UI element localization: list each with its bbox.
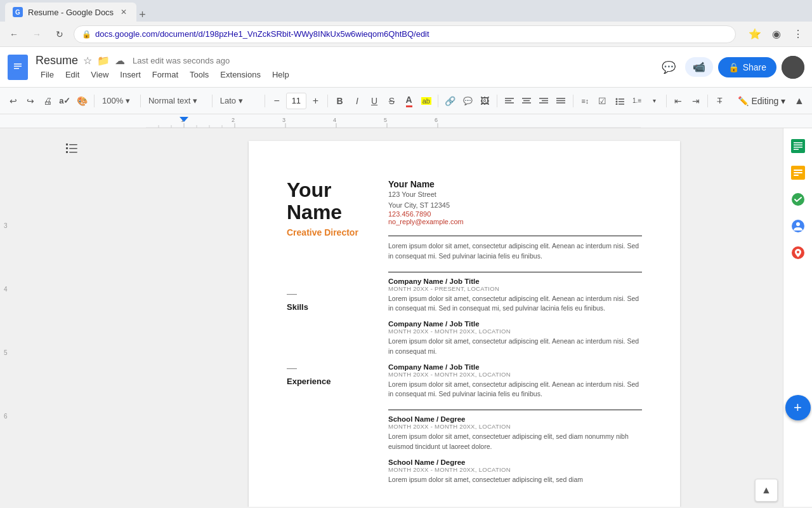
job2: Company Name / Job Title MONTH 20XX - MO… [388,320,642,357]
edu2-title: School Name / Degree [388,458,642,466]
indent-increase-button[interactable]: ⇥ [688,91,704,110]
align-right-button[interactable] [535,91,551,110]
link-button[interactable]: 🔗 [442,91,458,110]
active-tab[interactable]: G Resume - Google Docs ✕ [5,3,136,22]
insert-image-button[interactable]: 🖼 [477,91,493,110]
font-size-decrease-button[interactable]: − [269,91,285,110]
share-button[interactable]: 🔒 Share [718,57,776,77]
undo-button[interactable]: ↩ [5,91,21,110]
toolbar-separator-9 [666,95,667,107]
svg-rect-51 [794,147,802,148]
align-left-button[interactable] [501,91,517,110]
menu-view[interactable]: View [86,69,114,81]
print-button[interactable]: 🖨 [40,91,56,110]
svg-rect-45 [69,148,77,149]
doc-title[interactable]: Resume [36,54,78,67]
paint-format-button[interactable]: 🎨 [74,91,90,110]
menu-format[interactable]: Format [147,69,183,81]
toolbar-collapse-button[interactable]: ▲ [792,92,807,110]
tasks-sidebar-icon[interactable] [787,188,809,211]
extensions-icon[interactable]: ⭐ [746,25,764,43]
refresh-button[interactable]: ↻ [51,25,69,43]
font-size-increase-button[interactable]: + [308,91,324,110]
toolbar: ↩ ↪ 🖨 a✓ 🎨 100%▾ Normal text▾ Lato▾ − + … [0,88,812,114]
cloud-icon[interactable]: ☁ [115,55,125,67]
text-color-button[interactable]: A [401,91,417,110]
svg-point-18 [615,100,617,102]
align-justify-button[interactable] [553,91,569,110]
menu-tools[interactable]: Tools [185,69,214,81]
indent-decrease-button[interactable]: ⇤ [671,91,686,110]
svg-text:2: 2 [232,117,235,123]
sheets-sidebar-icon[interactable] [787,135,809,157]
back-button[interactable]: ← [5,25,23,43]
document-outline-icon[interactable] [64,141,82,159]
comments-button[interactable]: 💬 [657,56,680,79]
strikethrough-button[interactable]: S [384,91,400,110]
toolbar-separator-10 [707,95,708,107]
user-avatar[interactable] [782,56,804,79]
contacts-sidebar-icon[interactable] [787,215,809,237]
bullet-list-button[interactable] [612,91,627,110]
highlight-button[interactable]: ab [418,91,434,110]
checklist-button[interactable]: ☑ [594,91,610,110]
svg-rect-22 [146,114,641,128]
toolbar-separator-5 [327,95,328,107]
svg-text:6: 6 [435,117,438,123]
resume-right-column: Your Name 123 Your Street Your City, ST … [388,179,642,507]
resume-name: Your Name [287,179,369,224]
forward-button[interactable]: → [28,25,46,43]
tab-close-button[interactable]: ✕ [119,7,129,17]
menu-icon[interactable]: ⋮ [789,25,807,43]
toolbar-separator-7 [497,95,497,107]
editing-mode-label: Editing [751,96,778,106]
text-style-select[interactable]: Normal text▾ [145,92,208,110]
zoom-select[interactable]: 100%▾ [98,92,136,110]
svg-text:5: 5 [384,117,387,123]
svg-rect-2 [14,65,22,67]
doc-title-row: Resume ☆ 📁 ☁ Last edit was seconds ago [36,54,652,67]
svg-rect-54 [794,170,802,171]
docs-logo[interactable] [8,55,28,80]
menu-extensions[interactable]: Extensions [215,69,266,81]
insert-comment-button[interactable]: 💬 [460,91,476,110]
education-divider [388,410,642,410]
align-center-button[interactable] [518,91,534,110]
star-icon[interactable]: ☆ [83,55,92,67]
editing-mode-selector[interactable]: ✏️ Editing ▾ [733,93,790,109]
profile-icon[interactable]: ◉ [768,25,785,43]
doc-scroll-area[interactable]: Your Name Creative Director — Skills — E… [146,128,783,507]
spell-check-button[interactable]: a✓ [57,91,73,110]
numbered-list-button[interactable]: 1.≡ [629,91,645,110]
experience-label: Experience [287,377,369,386]
plus-fab-button[interactable]: + [785,395,811,420]
app-bar: Resume ☆ 📁 ☁ Last edit was seconds ago F… [0,47,812,88]
font-select[interactable]: Lato▾ [216,92,261,110]
underline-button[interactable]: U [366,91,382,110]
menu-insert[interactable]: Insert [115,69,146,81]
scroll-to-top-button[interactable]: ▲ [755,479,778,502]
svg-rect-47 [69,152,77,153]
svg-rect-44 [66,147,68,149]
clear-format-button[interactable]: T̶ [712,91,728,110]
menu-help[interactable]: Help [267,69,294,81]
font-size-input[interactable] [286,93,306,109]
doc-page: Your Name Creative Director — Skills — E… [249,141,680,507]
resume-left-column: Your Name Creative Director — Skills — E… [287,179,369,507]
maps-sidebar-icon[interactable] [787,241,809,264]
redo-button[interactable]: ↪ [22,91,38,110]
new-tab-button[interactable]: + [139,8,146,22]
address-bar[interactable]: 🔒 docs.google.com/document/d/198pzHe1_Vn… [74,25,736,43]
menu-edit[interactable]: Edit [60,69,84,81]
meet-button[interactable]: 📹 [685,57,713,77]
list-options-button[interactable]: ▾ [646,91,662,110]
tab-favicon: G [13,7,23,17]
line-spacing-button[interactable]: ≡↕ [577,91,593,110]
notes-sidebar-icon[interactable] [787,161,809,184]
menu-file[interactable]: File [36,69,59,81]
move-icon[interactable]: 📁 [97,55,110,67]
main-area: 3 4 5 6 Your Name Creative Director — Sk… [0,128,812,507]
bold-button[interactable]: B [332,91,348,110]
italic-button[interactable]: I [349,91,365,110]
svg-text:4: 4 [333,117,336,123]
